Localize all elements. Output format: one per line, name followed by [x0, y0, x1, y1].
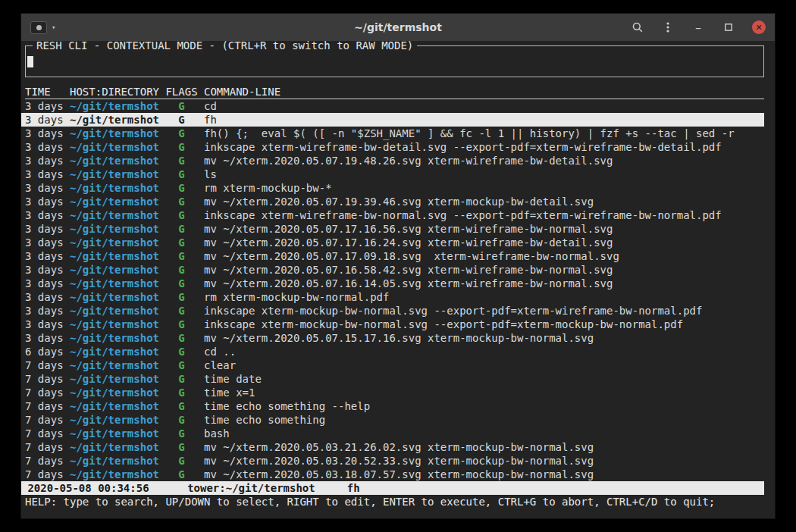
history-row[interactable]: 3 days~/git/termshotGfh — [21, 113, 764, 127]
row-directory: ~/git/termshot — [70, 468, 165, 481]
row-command: fh() {; eval $( ([ -n "$ZSH_NAME" ] && f… — [198, 127, 764, 140]
row-time: 7 days — [25, 413, 70, 427]
history-row[interactable]: 7 days~/git/termshotGmv ~/xterm.2020.05.… — [21, 454, 764, 468]
row-command: mv ~/xterm.2020.05.03.18.07.57.svg xterm… — [198, 468, 764, 481]
row-time: 7 days — [25, 386, 70, 399]
row-command: rm xterm-mockup-bw-normal.pdf — [198, 290, 764, 304]
history-row[interactable]: 6 days~/git/termshotGcd .. — [21, 345, 764, 358]
row-time: 3 days — [25, 249, 70, 263]
row-time: 3 days — [25, 208, 70, 222]
close-button[interactable]: ✕ — [752, 20, 766, 34]
header-command-line: COMMAND-LINE — [198, 85, 764, 99]
row-flags: G — [165, 372, 197, 386]
history-row[interactable]: 7 days~/git/termshotGmv ~/xterm.2020.05.… — [21, 440, 764, 454]
history-row[interactable]: 7 days~/git/termshotGtime date — [21, 372, 764, 386]
camera-icon — [30, 21, 47, 34]
row-time: 7 days — [25, 454, 70, 468]
row-time: 3 days — [25, 181, 70, 195]
history-row[interactable]: 3 days~/git/termshotGmv ~/xterm.2020.05.… — [21, 154, 764, 167]
history-row[interactable]: 3 days~/git/termshotGmv ~/xterm.2020.05.… — [21, 331, 764, 345]
row-time: 3 days — [25, 331, 70, 345]
row-flags: G — [165, 277, 197, 290]
history-header: TIME HOST:DIRECTORY FLAGS COMMAND-LINE — [25, 85, 764, 99]
row-time: 3 days — [25, 167, 70, 181]
history-row[interactable]: 7 days~/git/termshotGtime echo something… — [21, 399, 764, 413]
history-row[interactable]: 7 days~/git/termshotGmv ~/xterm.2020.05.… — [21, 468, 764, 481]
row-time: 3 days — [25, 99, 70, 113]
row-directory: ~/git/termshot — [70, 290, 165, 304]
row-flags: G — [165, 127, 197, 140]
history-row[interactable]: 3 days~/git/termshotGmv ~/xterm.2020.05.… — [21, 277, 764, 290]
history-row[interactable]: 3 days~/git/termshotGinkscape xterm-wire… — [21, 140, 764, 154]
row-flags: G — [165, 99, 197, 113]
row-flags: G — [165, 181, 197, 195]
app-menu-button[interactable]: ▾ — [30, 21, 55, 34]
titlebar[interactable]: ▾ ~/git/termshot – — [21, 14, 775, 41]
minimize-button[interactable]: – — [691, 20, 705, 34]
row-command: mv ~/xterm.2020.05.07.17.09.18.svg xterm… — [198, 249, 764, 263]
history-row[interactable]: 7 days~/git/termshotGclear — [21, 358, 764, 372]
search-input[interactable] — [26, 46, 763, 77]
header-flags: FLAGS — [165, 85, 197, 99]
history-row[interactable]: 3 days~/git/termshotGcd — [21, 99, 764, 113]
row-flags: G — [165, 427, 197, 440]
search-button[interactable] — [631, 20, 644, 34]
row-flags: G — [165, 195, 197, 208]
row-directory: ~/git/termshot — [70, 99, 165, 113]
row-directory: ~/git/termshot — [70, 263, 165, 277]
row-directory: ~/git/termshot — [70, 440, 165, 454]
row-time: 3 days — [25, 222, 70, 236]
history-row[interactable]: 3 days~/git/termshotGfh() {; eval $( ([ … — [21, 127, 764, 140]
history-row[interactable]: 3 days~/git/termshotGmv ~/xterm.2020.05.… — [21, 195, 764, 208]
row-command: clear — [198, 358, 764, 372]
history-row[interactable]: 7 days~/git/termshotGtime echo something — [21, 413, 764, 427]
terminal-content: RESH CLI - CONTEXTUAL MODE - (CTRL+R to … — [21, 41, 775, 518]
history-row[interactable]: 3 days~/git/termshotGmv ~/xterm.2020.05.… — [21, 236, 764, 249]
history-row[interactable]: 3 days~/git/termshotGls — [21, 167, 764, 181]
history-row[interactable]: 3 days~/git/termshotGrm xterm-mockup-bw-… — [21, 290, 764, 304]
row-flags: G — [165, 208, 197, 222]
menu-button[interactable] — [661, 20, 675, 34]
maximize-button[interactable] — [722, 20, 735, 34]
row-time: 3 days — [25, 263, 70, 277]
terminal-window: ▾ ~/git/termshot – — [21, 14, 775, 518]
row-time: 3 days — [25, 113, 70, 127]
row-time: 3 days — [25, 277, 70, 290]
row-time: 3 days — [25, 140, 70, 154]
history-row[interactable]: 3 days~/git/termshotGrm xterm-mockup-bw-… — [21, 181, 764, 195]
row-command: mv ~/xterm.2020.05.07.16.58.42.svg xterm… — [198, 263, 764, 277]
row-flags: G — [165, 399, 197, 413]
titlebar-actions: – ✕ — [631, 20, 766, 34]
status-command: fh — [347, 481, 360, 495]
history-row[interactable]: 3 days~/git/termshotGmv ~/xterm.2020.05.… — [21, 222, 764, 236]
row-time: 7 days — [25, 440, 70, 454]
row-flags: G — [165, 290, 197, 304]
text-cursor — [27, 56, 33, 67]
row-flags: G — [165, 140, 197, 154]
history-row[interactable]: 3 days~/git/termshotGinkscape xterm-wire… — [21, 208, 764, 222]
row-directory: ~/git/termshot — [70, 304, 165, 318]
history-row[interactable]: 3 days~/git/termshotGmv ~/xterm.2020.05.… — [21, 263, 764, 277]
row-time: 3 days — [25, 195, 70, 208]
row-directory: ~/git/termshot — [70, 399, 165, 413]
history-row[interactable]: 3 days~/git/termshotGmv ~/xterm.2020.05.… — [21, 249, 764, 263]
row-flags: G — [165, 345, 197, 358]
row-directory: ~/git/termshot — [70, 222, 165, 236]
row-flags: G — [165, 263, 197, 277]
history-row[interactable]: 3 days~/git/termshotGinkscape xterm-mock… — [21, 318, 764, 331]
history-row[interactable]: 3 days~/git/termshotGinkscape xterm-mock… — [21, 304, 764, 318]
row-command: cd — [198, 99, 764, 113]
row-command: mv ~/xterm.2020.05.03.21.26.02.svg xterm… — [198, 440, 764, 454]
row-time: 3 days — [25, 290, 70, 304]
row-directory: ~/git/termshot — [70, 167, 165, 181]
row-directory: ~/git/termshot — [70, 127, 165, 140]
row-command: inkscape xterm-mockup-bw-normal.svg --ex… — [198, 304, 764, 318]
row-directory: ~/git/termshot — [70, 345, 165, 358]
row-time: 3 days — [25, 236, 70, 249]
chevron-down-icon: ▾ — [52, 24, 55, 31]
window-title: ~/git/termshot — [354, 21, 442, 33]
row-flags: G — [165, 331, 197, 345]
history-row[interactable]: 7 days~/git/termshotGtime x=1 — [21, 386, 764, 399]
history-row[interactable]: 7 days~/git/termshotGbash — [21, 427, 764, 440]
row-time: 6 days — [25, 345, 70, 358]
